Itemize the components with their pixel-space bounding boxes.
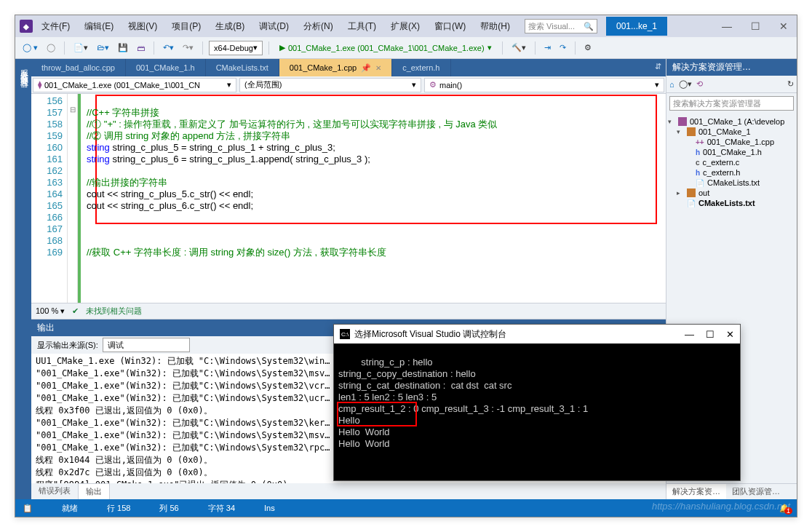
status-doc-icon: 📋: [23, 504, 33, 513]
output-source-label: 显示输出来源(S):: [37, 340, 98, 351]
menu-build[interactable]: 生成(B): [210, 17, 250, 36]
step-over-button[interactable]: ↷: [557, 41, 569, 54]
file-tab-header[interactable]: 001_CMake_1.h: [126, 59, 206, 76]
home-icon[interactable]: ⌂: [669, 80, 674, 89]
file-tab-throw[interactable]: throw_bad_alloc.cpp: [31, 59, 126, 76]
status-ins: Ins: [264, 504, 275, 512]
title-bar: ◆ 文件(F) 编辑(E) 视图(V) 项目(P) 生成(B) 调试(D) 分析…: [15, 15, 797, 37]
changes-icon[interactable]: ⟲: [696, 79, 703, 89]
file-tabs: throw_bad_alloc.cpp 001_CMake_1.h CMakeL…: [31, 59, 666, 76]
watermark: https://hanshuliang.blog.csdn.net: [652, 501, 790, 512]
new-button[interactable]: 📄▾: [71, 41, 91, 54]
maximize-button[interactable]: ☐: [747, 17, 765, 35]
server-explorer-tab[interactable]: 服务器资源管理器: [19, 63, 30, 495]
code-nav-bar: ⧫001_CMake_1.exe (001_CMake_1\001_CN▾ (全…: [31, 76, 666, 94]
status-col: 列 56: [159, 503, 178, 514]
console-close[interactable]: ✕: [726, 329, 734, 340]
menu-help[interactable]: 帮助(H): [474, 17, 516, 36]
file-tab-extern[interactable]: c_extern.h: [392, 59, 450, 76]
console-titlebar[interactable]: C:\ 选择Microsoft Visual Studio 调试控制台 — ☐ …: [334, 325, 740, 344]
save-all-button[interactable]: 🗃: [134, 42, 148, 54]
tab-solution-explorer[interactable]: 解决方案资…: [666, 484, 726, 499]
nav-func-combo[interactable]: ⚙main()▾: [424, 78, 664, 92]
back-icon[interactable]: ◯▾: [679, 79, 692, 89]
close-icon[interactable]: ✕: [375, 64, 381, 72]
menu-view[interactable]: 视图(V): [122, 17, 163, 36]
config-selector[interactable]: x64-Debug ▾: [209, 41, 263, 55]
project-tab[interactable]: 001...ke_1: [606, 17, 667, 36]
check-icon: ✔: [72, 306, 79, 316]
menu-debug[interactable]: 调试(D): [253, 17, 295, 36]
tabs-overflow-icon[interactable]: ⇵: [650, 59, 666, 76]
editor-status-bar: 100 % ▾ ✔ 未找到相关问题: [31, 303, 666, 319]
minimize-button[interactable]: —: [717, 17, 736, 35]
sidebar-left: 服务器资源管理器 工具箱: [15, 59, 31, 499]
nav-project-combo[interactable]: ⧫001_CMake_1.exe (001_CMake_1\001_CN▾: [33, 78, 236, 92]
menu-tools[interactable]: 工具(T): [342, 17, 382, 36]
undo-button[interactable]: ↶▾: [160, 41, 177, 54]
close-button[interactable]: ✕: [775, 17, 792, 35]
build-button[interactable]: 🔨▾: [509, 41, 529, 54]
menu-file[interactable]: 文件(F): [36, 17, 76, 36]
tab-output[interactable]: 输出: [78, 483, 110, 499]
extra-button[interactable]: ⚙: [581, 41, 594, 54]
refresh-icon[interactable]: ↻: [787, 79, 794, 89]
zoom-combo[interactable]: 100 % ▾: [36, 306, 65, 316]
debug-console-window: C:\ 选择Microsoft Visual Studio 调试控制台 — ☐ …: [333, 324, 741, 481]
pin-icon[interactable]: 📌: [361, 63, 371, 73]
line-gutter: 156157158 159160161 162163164 165166167 …: [31, 94, 68, 303]
search-icon: 🔍: [584, 22, 594, 31]
nav-back-button[interactable]: ◯ ▾: [20, 41, 41, 54]
tab-error-list[interactable]: 错误列表: [31, 483, 78, 499]
console-maximize[interactable]: ☐: [706, 329, 715, 340]
menu-project[interactable]: 项目(P): [166, 17, 207, 36]
console-title-text: 选择Microsoft Visual Studio 调试控制台: [354, 328, 506, 341]
tab-team-explorer[interactable]: 团队资源管…: [726, 484, 786, 499]
open-button[interactable]: 🗁▾: [94, 41, 112, 54]
menu-extensions[interactable]: 扩展(X): [385, 17, 426, 36]
status-ready: 就绪: [62, 503, 78, 514]
nav-scope-combo[interactable]: (全局范围)▾: [239, 78, 421, 92]
step-button[interactable]: ⇥: [541, 41, 554, 54]
status-line: 行 158: [107, 503, 130, 514]
run-button[interactable]: ▶ 001_CMake_1.exe (001_CMake_1\001_CMake…: [275, 41, 496, 54]
solution-toolbar: ⌂ ◯▾ ⟲ ↻: [666, 76, 797, 93]
save-button[interactable]: 💾: [115, 41, 131, 54]
redo-button[interactable]: ↷▾: [180, 41, 196, 54]
console-minimize[interactable]: —: [685, 329, 694, 340]
file-tab-cmake[interactable]: CMakeLists.txt: [206, 59, 279, 76]
menu-edit[interactable]: 编辑(E): [79, 17, 119, 36]
file-tab-main-cpp[interactable]: 001_CMake_1.cpp📌✕: [279, 59, 392, 76]
console-output[interactable]: string_c_p : hello string_c_copy_destina…: [334, 344, 740, 480]
fold-column[interactable]: ⊟: [68, 94, 78, 303]
search-input[interactable]: 搜索 Visual... 🔍: [525, 19, 597, 33]
solution-title: 解决方案资源管理…: [666, 59, 797, 76]
main-toolbar: ◯ ▾ ◯ 📄▾ 🗁▾ 💾 🗃 ↶▾ ↷▾ x64-Debug ▾ ▶ 001_…: [15, 37, 797, 59]
console-icon: C:\: [340, 329, 350, 339]
output-source-combo[interactable]: 调试: [103, 338, 190, 352]
vs-logo-icon: ◆: [20, 20, 33, 33]
nav-fwd-button[interactable]: ◯: [44, 41, 58, 54]
code-editor[interactable]: 156157158 159160161 162163164 165166167 …: [31, 94, 666, 303]
no-issues-label: 未找到相关问题: [86, 306, 142, 317]
solution-search[interactable]: 搜索解决方案资源管理器: [669, 96, 794, 111]
menu-analyze[interactable]: 分析(N): [298, 17, 339, 36]
status-char: 字符 34: [208, 503, 235, 514]
menu-window[interactable]: 窗口(W): [429, 17, 471, 36]
